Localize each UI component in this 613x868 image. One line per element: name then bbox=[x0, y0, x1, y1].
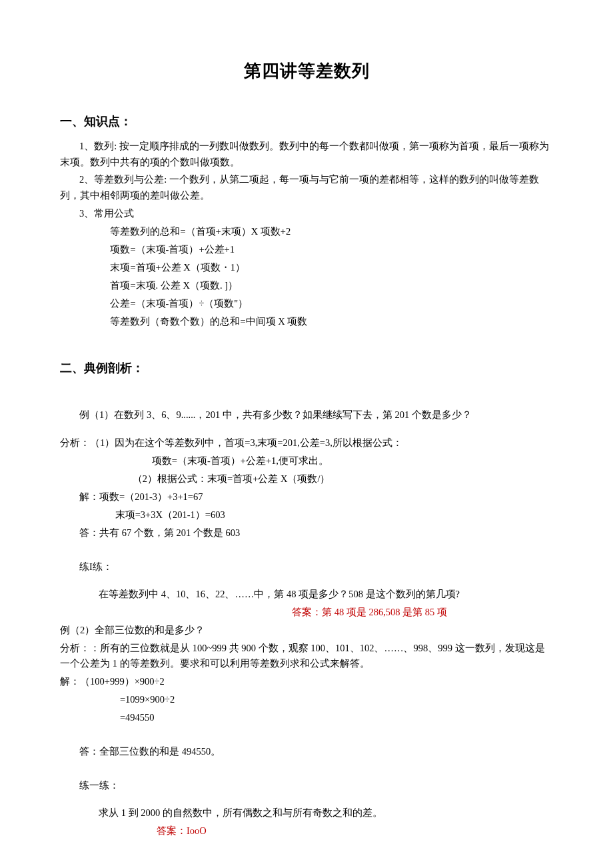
example-1-solution-line2: 末项=3+3X（201-1）=603 bbox=[60, 507, 553, 523]
practice-2-question: 求从 1 到 2000 的自然数中，所有偶数之和与所有奇数之和的差。 bbox=[60, 805, 553, 821]
example-2-solution-line2: =1099×900÷2 bbox=[60, 692, 553, 708]
example-2-solution-line1: 解：（100+999）×900÷2 bbox=[60, 674, 553, 690]
example-2-analysis: 分析：：所有的三位数就是从 100~999 共 900 个数，观察 100、10… bbox=[60, 641, 553, 673]
example-1-analysis-line2: 项数=（末项-首项）+公差+1,便可求出。 bbox=[60, 453, 553, 469]
knowledge-point-2: 2、等差数列与公差: 一个数列，从第二项起，每一项与与它前一项的差都相等，这样的… bbox=[60, 172, 553, 204]
formula-common-difference: 公差=（末项-首项）÷（项数"） bbox=[60, 296, 553, 312]
example-2-analysis-text: 分析：：所有的三位数就是从 100~999 共 900 个数，观察 100、10… bbox=[60, 643, 545, 669]
section-2-heading: 二、典例剖析： bbox=[60, 359, 553, 379]
practice-2-answer: 答案：IooO bbox=[60, 823, 553, 839]
knowledge-point-3: 3、常用公式 bbox=[60, 206, 553, 222]
section-1-heading: 一、知识点： bbox=[60, 112, 553, 132]
page-title: 第四讲等差数列 bbox=[60, 57, 553, 85]
formula-sum: 等差数列的总和=（首项+末项）X 项数+2 bbox=[60, 224, 553, 240]
example-2-answer: 答：全部三位数的和是 494550。 bbox=[60, 744, 553, 760]
formula-first-term: 首项=末项. 公差 X（项数. ]） bbox=[60, 278, 553, 294]
practice-1-question: 在等差数列中 4、10、16、22、……中，第 48 项是多少？508 是这个数… bbox=[60, 587, 553, 603]
example-1-solution-line3: 答：共有 67 个数，第 201 个数是 603 bbox=[60, 525, 553, 541]
practice-1-heading: 练I练： bbox=[60, 559, 553, 575]
practice-1-answer: 答案：第 48 项是 286,508 是第 85 项 bbox=[60, 605, 553, 621]
practice-2-heading: 练一练： bbox=[60, 778, 553, 794]
example-1-analysis-line3: （2）根据公式：末项=首项+公差 X（项数/） bbox=[60, 471, 553, 487]
formula-odd-sum: 等差数列（奇数个数）的总和=中间项 X 项数 bbox=[60, 314, 553, 330]
example-1-solution-line1: 解：项数=（201-3）+3+1=67 bbox=[60, 489, 553, 505]
knowledge-point-1: 1、数列: 按一定顺序排成的一列数叫做数列。数列中的每一个数都叫做项，第一项称为… bbox=[60, 139, 553, 171]
example-1-analysis-line1: 分析：（1）因为在这个等差数列中，首项=3,末项=201,公差=3,所以根据公式… bbox=[60, 435, 553, 451]
example-1-question: 例（1）在数列 3、6、9......，201 中，共有多少数？如果继续写下去，… bbox=[60, 407, 553, 423]
formula-last-term: 末项=首项+公差 X（项数・1） bbox=[60, 260, 553, 276]
formula-term-count: 项数=（末项-首项）+公差+1 bbox=[60, 242, 553, 258]
example-2-solution-line3: =494550 bbox=[60, 710, 553, 726]
example-2-question: 例（2）全部三位数的和是多少？ bbox=[60, 623, 553, 639]
